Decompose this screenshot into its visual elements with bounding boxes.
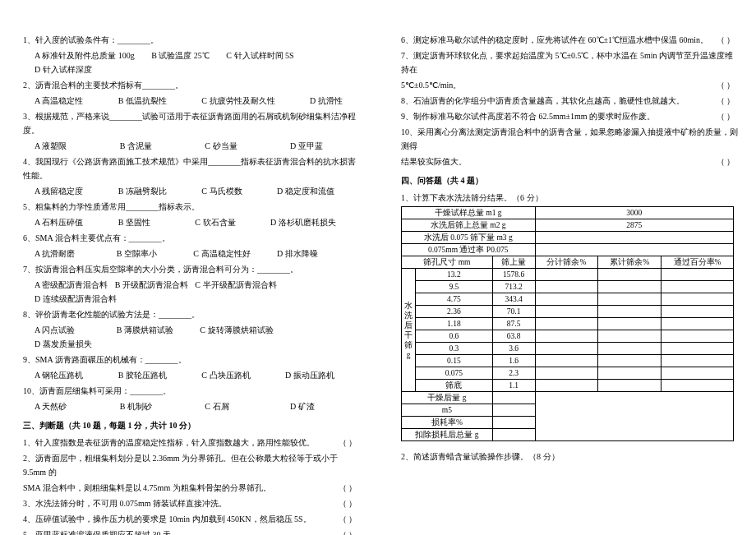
opt: C 砂当量 — [205, 139, 237, 153]
cell — [598, 306, 662, 318]
cell — [598, 355, 662, 367]
q1-options: A 标准针及附件总质量 100g B 试验温度 25℃ C 针入试样时间 5S … — [23, 48, 362, 76]
paren: （ ） — [717, 155, 735, 168]
judge-9: 9、制作标准马歇尔试件高度若不符合 62.5mm±1mm 的要求时应作废。（ ） — [401, 109, 740, 123]
table-row: 0.075mm 通过率 P0.075 — [402, 244, 734, 256]
cell: 干燥试样总量 m1 g — [402, 207, 536, 219]
table-row: 1.1887.5 — [402, 318, 734, 330]
question-5: 5、粗集料的力学性质通常用________指标表示。 — [23, 200, 362, 214]
opt: D 抗滑性 — [310, 94, 343, 108]
opt: C 抗疲劳性及耐久性 — [201, 94, 274, 108]
cell: m5 — [402, 404, 493, 417]
opt: D 振动压路机 — [285, 368, 334, 382]
opt: D 连续级配沥青混合料 — [35, 292, 117, 306]
cell — [492, 392, 535, 404]
q3-options: A 液塑限 B 含泥量 C 砂当量 D 亚甲蓝 — [23, 139, 362, 153]
cell — [662, 318, 734, 330]
judge-text: 6、测定标准马歇尔试件的稳定度时，应先将试件在 60℃±1℃恒温水槽中保温 60… — [401, 35, 708, 44]
judge-text: 3、水洗法筛分时，不可用 0.075mm 筛装试样直接冲洗。 — [23, 499, 227, 508]
judge-5: 5、亚甲蓝标准溶液保质期应不超过 30 天。（ ） — [23, 528, 362, 535]
opt: D 针入试样深度 — [35, 62, 92, 76]
cell — [492, 429, 535, 441]
opt: B 坚固性 — [118, 215, 150, 229]
opt: C 石屑 — [205, 399, 228, 413]
left-column: 1、针入度的试验条件有：________。 A 标准针及附件总质量 100g B… — [0, 0, 378, 535]
q7-options: A 密级配沥青混合料 B 开级配沥青混合料 C 半开级配沥青混合料 D 连续级配… — [23, 278, 362, 306]
opt: D 亚甲蓝 — [290, 139, 323, 153]
cell: 0.15 — [416, 355, 493, 367]
judge-6: 6、测定标准马歇尔试件的稳定度时，应先将试件在 60℃±1℃恒温水槽中保温 60… — [401, 33, 740, 47]
answer-q1: 1、计算下表水洗法筛分结果。（6 分） — [401, 191, 740, 205]
cell — [535, 343, 598, 355]
cell: 1578.6 — [492, 269, 535, 281]
opt: C 高温稳定性好 — [193, 247, 250, 261]
judge-1: 1、针入度指数是表征沥青的温度稳定性指标，针入度指数越大，路用性能较优。（ ） — [23, 436, 362, 450]
table-row: 0.663.8 — [402, 330, 734, 343]
cell: 1.1 — [492, 380, 535, 392]
cell: 3000 — [535, 207, 733, 219]
opt: B 胶轮压路机 — [118, 368, 167, 382]
table-row: 筛底1.1 — [402, 380, 734, 392]
row-label: 水洗后干筛 g — [402, 269, 416, 392]
question-6: 6、SMA 混合料主要优点有：________。 — [23, 231, 362, 245]
hdr: 筛上量 — [492, 256, 535, 269]
opt: A 石料压碎值 — [35, 215, 83, 229]
q6-options: A 抗滑耐磨 B 空隙率小 C 高温稳定性好 D 排水降噪 — [23, 247, 362, 261]
paren: （ ） — [717, 94, 735, 108]
table-row: 0.0752.3 — [402, 367, 734, 380]
judge-text: 5℃±0.5℃/min。 — [401, 81, 461, 90]
table-row: 水洗后干筛 g13.21578.6 — [402, 269, 734, 281]
opt: A 天然砂 — [35, 399, 67, 413]
section-3-title: 三、判断题（共 10 题，每题 1 分，共计 10 分） — [23, 418, 362, 432]
question-3: 3、根据规范，严格来说________试验可适用于表征沥青路面用的石屑或机制砂细… — [23, 109, 362, 137]
section-4-title: 四、问答题（共 4 题） — [401, 173, 740, 187]
paren: （ ） — [339, 481, 357, 495]
table-header: 筛孔尺寸 mm 筛上量 分计筛余% 累计筛余% 通过百分率% — [402, 256, 734, 269]
cell: 2875 — [535, 219, 733, 232]
cell — [598, 330, 662, 343]
judge-text: 9、制作标准马歇尔试件高度若不符合 62.5mm±1mm 的要求时应作废。 — [401, 112, 655, 121]
cell: 干燥后量 g — [402, 392, 493, 404]
opt: B 含泥量 — [120, 139, 152, 153]
q10-options: A 天然砂 B 机制砂 C 石屑 D 矿渣 — [23, 399, 362, 413]
cell — [535, 281, 598, 293]
cell: 水洗后筛上总量 m2 g — [402, 219, 536, 232]
paren: （ ） — [339, 512, 357, 526]
cell — [598, 343, 662, 355]
cell — [535, 367, 598, 380]
cell: 0.3 — [416, 343, 493, 355]
cell: 2.3 — [492, 367, 535, 380]
cell — [662, 343, 734, 355]
cell — [598, 293, 662, 306]
cell: 1.6 — [492, 355, 535, 367]
cell: 13.2 — [416, 269, 493, 281]
cell: 0.6 — [416, 330, 493, 343]
judge-text: SMA 混合料中，则粗细集料是以 4.75mm 为粗集料骨架的分界筛孔。 — [23, 483, 271, 492]
cell: 1.18 — [416, 318, 493, 330]
right-column: 6、测定标准马歇尔试件的稳定度时，应先将试件在 60℃±1℃恒温水槽中保温 60… — [378, 0, 756, 535]
cell — [535, 306, 598, 318]
hdr: 筛孔尺寸 mm — [402, 256, 493, 269]
paren: （ ） — [339, 496, 357, 510]
judge-10b: 结果较实际值大。（ ） — [401, 155, 740, 168]
cell: 713.2 — [492, 281, 535, 293]
cell — [662, 355, 734, 367]
cell — [598, 318, 662, 330]
cell — [535, 293, 598, 306]
table-row: 干燥试样总量 m1 g3000 — [402, 207, 734, 219]
question-7: 7、按沥青混合料压实后空隙率的大小分类，沥青混合料可分为：________。 — [23, 262, 362, 276]
cell — [662, 293, 734, 306]
opt: B 薄膜烘箱试验 — [117, 323, 173, 337]
opt: A 抗滑耐磨 — [35, 247, 75, 261]
cell — [662, 367, 734, 380]
cell — [535, 355, 598, 367]
cell — [662, 269, 734, 281]
opt: A 闪点试验 — [35, 323, 75, 337]
judge-7b: 5℃±0.5℃/min。（ ） — [401, 78, 740, 92]
judge-text: 8、石油沥青的化学组分中沥青质含量越高，其软化点越高，脆硬性也就越大。 — [401, 96, 685, 105]
paren: （ ） — [717, 109, 735, 123]
cell: 87.5 — [492, 318, 535, 330]
opt: C 针入试样时间 5S — [226, 48, 293, 62]
opt: D 稳定度和流值 — [277, 184, 334, 198]
judge-text: 5、亚甲蓝标准溶液保质期应不超过 30 天。 — [23, 530, 179, 535]
